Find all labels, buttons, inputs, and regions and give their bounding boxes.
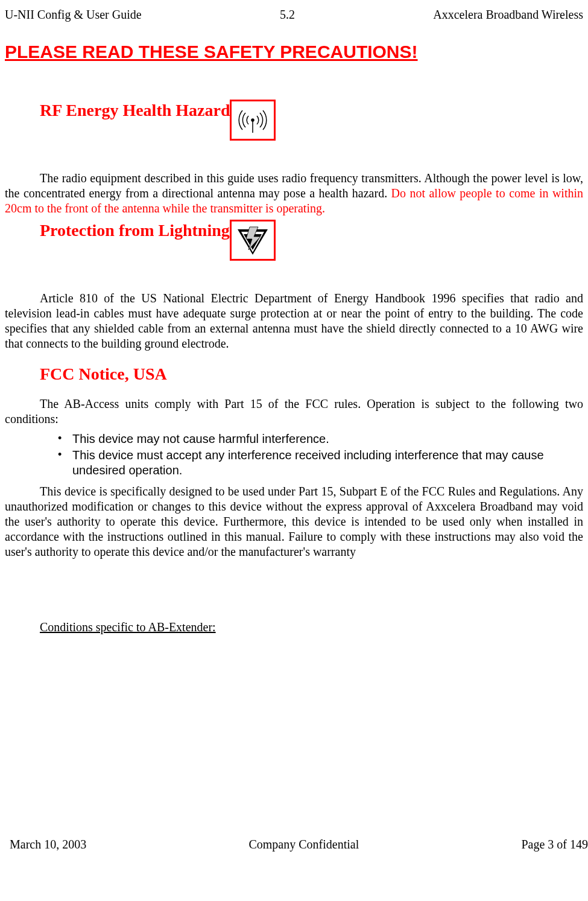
lightning-heading: Protection from Lightning [40, 220, 230, 241]
fcc-detail: This device is specifically designed to … [5, 484, 583, 559]
footer-date: March 10, 2003 [10, 837, 86, 852]
fcc-heading: FCC Notice, USA [40, 363, 583, 384]
fcc-bullet-2: This device must accept any interference… [58, 448, 583, 478]
lightning-heading-row: Protection from Lightning [40, 220, 583, 261]
rf-heading-row: RF Energy Health Hazard [40, 100, 583, 141]
main-safety-title: PLEASE READ THESE SAFETY PRECAUTIONS! [5, 40, 583, 63]
page-footer: March 10, 2003 Company Confidential Page… [10, 837, 588, 852]
page-header: U-NII Config & User Guide 5.2 Axxcelera … [5, 7, 583, 22]
footer-page-number: Page 3 of 149 [521, 837, 588, 852]
lightning-paragraph: Article 810 of the US National Electric … [5, 291, 583, 351]
footer-confidential: Company Confidential [248, 837, 359, 852]
header-center: 5.2 [280, 7, 295, 22]
header-right: Axxcelera Broadband Wireless [433, 7, 583, 22]
rf-antenna-icon [230, 100, 276, 141]
fcc-bullet-1: This device may not cause harmful interf… [58, 431, 583, 447]
rf-heading: RF Energy Health Hazard [40, 100, 230, 121]
fcc-intro: The AB-Access units comply with Part 15 … [5, 396, 583, 427]
svg-point-0 [251, 119, 254, 121]
rf-paragraph: The radio equipment described in this gu… [5, 171, 583, 216]
ab-extender-conditions: Conditions specific to AB-Extender: [40, 620, 583, 635]
fcc-bullet-list: This device may not cause harmful interf… [5, 431, 583, 478]
lightning-icon [230, 220, 276, 261]
header-left: U-NII Config & User Guide [5, 7, 142, 22]
